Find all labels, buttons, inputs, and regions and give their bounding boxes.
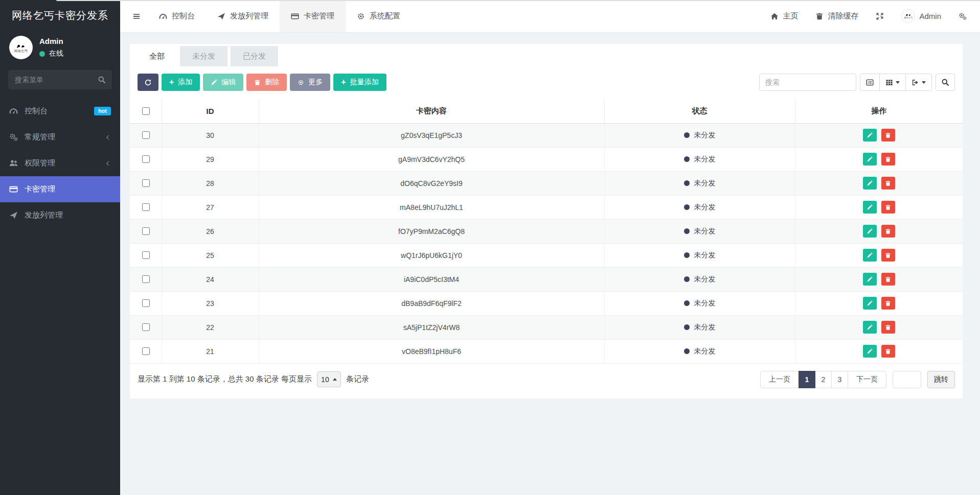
row-checkbox[interactable] (142, 299, 150, 307)
page-size-select[interactable]: 10 (317, 371, 341, 387)
sidebar-item-permissions[interactable]: 权限管理 (0, 150, 120, 176)
settings-button[interactable] (959, 12, 967, 20)
topbar-tab-label: 控制台 (172, 11, 195, 21)
filter-tab-all[interactable]: 全部 (137, 46, 177, 66)
row-delete-button[interactable] (881, 129, 895, 142)
prev-page-button[interactable]: 上一页 (760, 371, 799, 388)
row-delete-button[interactable] (881, 153, 895, 166)
export-button[interactable] (906, 74, 931, 90)
batch-add-button[interactable]: + 批量添加 (333, 74, 386, 91)
row-delete-button[interactable] (881, 321, 895, 334)
cell-id: 27 (162, 195, 259, 219)
filter-tab-distributed[interactable]: 已分发 (231, 46, 278, 66)
pencil-icon (867, 156, 873, 162)
row-edit-button[interactable] (863, 321, 877, 334)
row-checkbox[interactable] (142, 347, 150, 355)
trash-icon (885, 156, 891, 162)
sidebar-item-distribution[interactable]: 发放列管理 (0, 202, 120, 228)
sidebar-item-label: 常规管理 (25, 132, 55, 142)
row-edit-button[interactable] (863, 225, 877, 238)
row-edit-button[interactable] (863, 297, 877, 310)
next-page-button[interactable]: 下一页 (848, 371, 886, 388)
user-menu[interactable]: 网络乞丐 Admin (901, 9, 941, 23)
pencil-icon (867, 348, 873, 355)
cardkey-panel: 全部 未分发 已分发 + 添加 编辑 (130, 44, 963, 398)
clear-cache-link[interactable]: 清除缓存 (815, 11, 858, 21)
row-checkbox[interactable] (142, 203, 150, 211)
fullscreen-button[interactable] (876, 12, 884, 20)
topbar-tab-distribution[interactable]: 发放列管理 (206, 0, 280, 32)
row-checkbox[interactable] (142, 323, 150, 331)
sidebar-item-cardkeys[interactable]: 卡密管理 (0, 176, 120, 202)
sidebar-item-general[interactable]: 常规管理 (0, 124, 120, 150)
row-checkbox[interactable] (142, 179, 150, 187)
page-2-button[interactable]: 2 (815, 371, 832, 388)
jump-page-input[interactable] (893, 371, 921, 388)
row-checkbox[interactable] (142, 275, 150, 283)
row-checkbox[interactable] (142, 131, 150, 139)
table-search-input[interactable] (759, 74, 856, 91)
topbar-tab-sysconfig[interactable]: 系统配置 (346, 0, 412, 32)
row-checkbox[interactable] (142, 155, 150, 163)
row-delete-button[interactable] (881, 297, 895, 310)
columns-button[interactable] (880, 74, 906, 90)
select-all-checkbox[interactable] (142, 107, 150, 115)
topbar-user-label: Admin (919, 12, 941, 20)
row-edit-button[interactable] (863, 153, 877, 166)
row-delete-button[interactable] (881, 201, 895, 214)
topbar-tab-dashboard[interactable]: 控制台 (148, 0, 206, 32)
caret-down-icon (896, 81, 900, 84)
sidebar-item-dashboard[interactable]: 控制台 hot (0, 98, 120, 124)
row-edit-button[interactable] (863, 201, 877, 214)
cell-code: sA5jP1tZ2jV4rW8 (259, 315, 604, 339)
more-button[interactable]: 更多 (290, 74, 330, 91)
grid-icon (885, 79, 893, 86)
cell-code: vO8eB9fI1pH8uF6 (259, 339, 604, 363)
home-link[interactable]: 主页 (770, 11, 798, 21)
row-checkbox[interactable] (142, 227, 150, 235)
pencil-icon (867, 132, 873, 138)
filter-tab-undistributed[interactable]: 未分发 (180, 46, 227, 66)
user-status: 在线 (39, 49, 63, 58)
row-delete-button[interactable] (881, 273, 895, 286)
delete-button[interactable]: 删除 (246, 74, 287, 91)
cell-id: 21 (162, 339, 259, 363)
topbar-tab-cardkeys[interactable]: 卡密管理 (280, 0, 346, 32)
topbar-right: 主页 清除缓存 网络乞丐 Admin (770, 0, 980, 32)
row-edit-button[interactable] (863, 249, 877, 262)
detail-view-button[interactable] (860, 74, 880, 90)
jump-button[interactable]: 跳转 (927, 371, 955, 388)
status-dot-icon (684, 228, 690, 234)
add-button[interactable]: + 添加 (162, 74, 200, 91)
menu-search-input[interactable] (8, 70, 112, 89)
row-delete-button[interactable] (881, 345, 895, 358)
delete-label: 删除 (265, 78, 279, 87)
avatar[interactable]: 网络乞丐 (9, 36, 33, 59)
row-delete-button[interactable] (881, 225, 895, 238)
row-delete-button[interactable] (881, 249, 895, 262)
sidebar: 网络乞丐卡密分发系 网络乞丐 Admin 在线 控制台 hot 常规管理 (0, 0, 120, 495)
page-3-button[interactable]: 3 (831, 371, 848, 388)
row-edit-button[interactable] (863, 129, 877, 142)
cell-id: 26 (162, 219, 259, 243)
menu-toggle-button[interactable] (125, 0, 148, 32)
status-dot-icon (684, 180, 690, 186)
search-submit-button[interactable] (936, 74, 955, 91)
refresh-button[interactable] (138, 74, 158, 91)
page-1-button[interactable]: 1 (799, 371, 815, 388)
status-dot-icon (684, 156, 690, 162)
row-checkbox[interactable] (142, 251, 150, 259)
chevron-left-icon (105, 134, 111, 140)
row-edit-button[interactable] (863, 177, 877, 190)
row-edit-button[interactable] (863, 345, 877, 358)
trash-icon (815, 12, 824, 20)
list-icon (866, 79, 874, 86)
edit-button[interactable]: 编辑 (203, 74, 243, 91)
plus-icon: + (169, 78, 174, 86)
status-dot-icon (684, 324, 690, 330)
row-delete-button[interactable] (881, 177, 895, 190)
status-label: 未分发 (694, 347, 716, 356)
cell-id: 30 (162, 123, 259, 147)
row-edit-button[interactable] (863, 273, 877, 286)
header-checkbox-cell (130, 99, 162, 123)
